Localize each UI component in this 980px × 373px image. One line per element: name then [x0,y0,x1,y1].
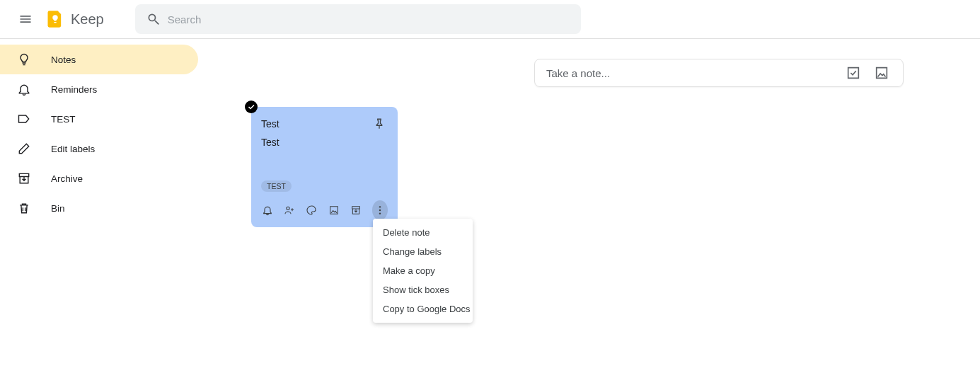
person-add-icon [284,205,295,216]
sidebar-item-notes[interactable]: Notes [0,45,198,74]
search-icon [146,12,161,26]
hamburger-icon [18,12,33,26]
more-vert-icon [374,205,386,216]
svg-point-2 [379,210,381,211]
sidebar-item-label: Bin [51,203,65,214]
pencil-icon [16,140,33,157]
svg-point-3 [379,212,381,214]
new-image-note-button[interactable] [867,59,896,87]
add-image-button[interactable] [328,202,340,218]
take-note-placeholder: Take a note... [546,67,839,79]
image-icon [328,205,340,216]
sidebar-item-archive[interactable]: Archive [0,163,198,193]
note-select-badge[interactable] [245,101,258,113]
archive-icon [16,170,33,187]
lightbulb-icon [16,51,33,68]
sidebar-item-label: Edit labels [51,144,95,154]
menu-change-labels[interactable]: Change labels [373,242,473,261]
bell-plus-icon [262,205,273,216]
checkbox-icon [846,65,861,81]
label-icon [16,110,33,127]
sidebar-item-label: Notes [51,54,76,65]
sidebar-item-label: Reminders [51,84,97,95]
menu-make-copy[interactable]: Make a copy [373,261,473,280]
pin-button[interactable] [371,115,388,132]
menu-show-tick-boxes[interactable]: Show tick boxes [373,280,473,299]
note-more-menu: Delete note Change labels Make a copy Sh… [373,219,473,323]
note-title: Test [261,118,279,130]
search-input[interactable] [168,4,577,34]
collaborator-button[interactable] [283,202,295,218]
image-icon [874,65,889,81]
content-area: Take a note... Test Test TEST [198,39,980,373]
remind-me-button[interactable] [261,202,273,218]
more-button[interactable] [372,200,388,220]
check-icon [247,103,255,111]
svg-point-0 [287,207,289,210]
note-toolbar [261,197,388,223]
note-body: Test [261,137,388,148]
color-button[interactable] [306,202,318,218]
archive-icon [350,205,362,216]
note-title-row: Test [261,115,388,132]
sidebar-item-label: Archive [51,173,83,184]
note-label-chip[interactable]: TEST [261,180,292,192]
sidebar-item-bin[interactable]: Bin [0,193,198,223]
header: Keep [0,0,980,39]
sidebar-item-edit-labels[interactable]: Edit labels [0,134,198,163]
archive-button[interactable] [350,202,362,218]
sidebar: Notes Reminders TEST Edit labels Archive… [0,39,198,223]
svg-point-1 [379,206,381,207]
menu-copy-to-docs[interactable]: Copy to Google Docs [373,299,473,319]
new-list-button[interactable] [839,59,867,87]
sidebar-item-label: TEST [51,114,76,125]
logo[interactable]: Keep [45,9,104,29]
search-bar[interactable] [135,4,581,34]
menu-delete-note[interactable]: Delete note [373,223,473,242]
search-button[interactable] [139,5,168,33]
palette-icon [306,205,317,216]
pin-icon [373,117,386,130]
main-menu-button[interactable] [8,2,42,36]
app-title: Keep [71,11,104,28]
take-note-bar[interactable]: Take a note... [534,59,904,87]
note-card[interactable]: Test Test TEST [251,107,398,227]
keep-logo-icon [45,9,65,29]
sidebar-item-reminders[interactable]: Reminders [0,74,198,104]
sidebar-item-test-label[interactable]: TEST [0,104,198,134]
bell-icon [16,81,33,98]
trash-icon [16,200,33,217]
